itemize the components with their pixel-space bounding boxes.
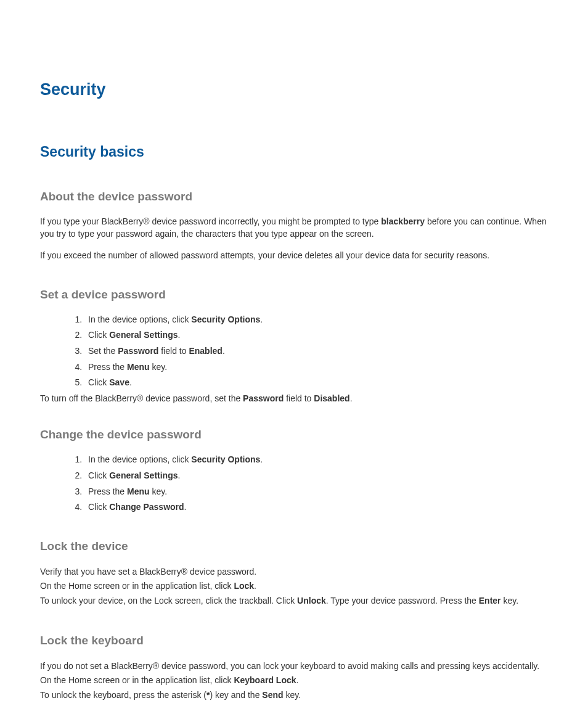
text-span: On the Home screen or in the application… bbox=[40, 581, 234, 591]
body-line: Verify that you have set a BlackBerry® d… bbox=[40, 565, 548, 579]
text-span: . bbox=[223, 346, 225, 356]
bold-text: General Settings bbox=[109, 330, 178, 340]
section-change-password: Change the device password In the device… bbox=[40, 428, 548, 513]
text-span: Set the bbox=[88, 346, 118, 356]
section-about-password: About the device password If you type yo… bbox=[40, 190, 548, 262]
bold-text: Menu bbox=[127, 486, 150, 496]
section-lock-device: Lock the device Verify that you have set… bbox=[40, 540, 548, 608]
main-title: Security bbox=[40, 80, 548, 99]
text-span: . bbox=[350, 393, 353, 403]
body-line: To unlock your device, on the Lock scree… bbox=[40, 594, 548, 608]
body-line: To unlock the keyboard, press the asteri… bbox=[40, 689, 548, 702]
bold-text: Security Options bbox=[191, 454, 260, 464]
bold-text: Disabled bbox=[314, 393, 349, 403]
subsection-title-lock-device: Lock the device bbox=[40, 540, 548, 553]
text-span: Press the bbox=[88, 486, 127, 496]
text-span: In the device options, click bbox=[88, 314, 191, 324]
step-item: Click General Settings. bbox=[84, 329, 548, 342]
subsection-title-lock-keyboard: Lock the keyboard bbox=[40, 634, 548, 647]
body-paragraph: If you type your BlackBerry® device pass… bbox=[40, 216, 548, 240]
text-span: . bbox=[296, 675, 299, 685]
page-content: Security Security basics About the devic… bbox=[0, 0, 588, 706]
text-span: . bbox=[260, 454, 263, 464]
section-set-password: Set a device password In the device opti… bbox=[40, 288, 548, 405]
subsection-title-set: Set a device password bbox=[40, 288, 548, 302]
bold-text: Unlock bbox=[297, 596, 326, 605]
text-span: . bbox=[260, 314, 263, 324]
bold-text: Menu bbox=[127, 362, 150, 372]
bold-text: blackberry bbox=[381, 216, 425, 226]
bold-text: Keyboard Lock bbox=[234, 675, 296, 685]
text-span: . bbox=[129, 377, 132, 387]
text-span: If you type your BlackBerry® device pass… bbox=[40, 216, 381, 226]
text-span: ) key and the bbox=[210, 690, 262, 700]
bold-text: Password bbox=[243, 393, 284, 403]
text-span: Click bbox=[88, 377, 109, 387]
text-span: Press the bbox=[88, 362, 127, 372]
step-item: Press the Menu key. bbox=[84, 486, 548, 498]
bold-text: Save bbox=[109, 377, 129, 387]
body-line: On the Home screen or in the application… bbox=[40, 580, 548, 593]
bold-text: Enabled bbox=[189, 346, 222, 356]
text-span: key. bbox=[501, 596, 519, 605]
step-item: In the device options, click Security Op… bbox=[84, 314, 548, 326]
bold-text: Change Password bbox=[109, 502, 184, 512]
text-span: key. bbox=[284, 690, 301, 700]
step-item: Click Change Password. bbox=[84, 501, 548, 514]
section-lock-keyboard: Lock the keyboard If you do not set a Bl… bbox=[40, 634, 548, 702]
text-span: . Type your device password. Press the bbox=[326, 596, 479, 605]
text-span: field to bbox=[284, 393, 314, 403]
steps-list: In the device options, click Security Op… bbox=[40, 454, 548, 513]
text-span: . bbox=[178, 330, 181, 340]
text-span: Click bbox=[88, 330, 109, 340]
text-span: To unlock the keyboard, press the asteri… bbox=[40, 690, 206, 700]
text-span: Click bbox=[88, 470, 109, 480]
text-span: To unlock your device, on the Lock scree… bbox=[40, 596, 297, 605]
text-span: Click bbox=[88, 502, 109, 512]
text-span: . bbox=[178, 470, 181, 480]
text-span: On the Home screen or in the application… bbox=[40, 675, 234, 685]
step-item: Click General Settings. bbox=[84, 470, 548, 482]
body-paragraph: If you exceed the number of allowed pass… bbox=[40, 250, 548, 262]
bold-text: Security Options bbox=[191, 314, 260, 324]
text-span: To turn off the BlackBerry® device passw… bbox=[40, 393, 243, 403]
subsection-title-about: About the device password bbox=[40, 190, 548, 203]
step-item: In the device options, click Security Op… bbox=[84, 454, 548, 466]
step-item: Set the Password field to Enabled. bbox=[84, 345, 548, 358]
bold-text: General Settings bbox=[109, 470, 178, 480]
body-line: On the Home screen or in the application… bbox=[40, 674, 548, 688]
step-item: Press the Menu key. bbox=[84, 361, 548, 374]
text-span: field to bbox=[158, 346, 189, 356]
text-span: In the device options, click bbox=[88, 454, 191, 464]
subsection-title-change: Change the device password bbox=[40, 428, 548, 441]
step-item: Click Save. bbox=[84, 377, 548, 389]
bold-text: Lock bbox=[234, 581, 254, 591]
steps-list: In the device options, click Security Op… bbox=[40, 314, 548, 389]
text-span: . bbox=[254, 581, 256, 591]
bold-text: Send bbox=[262, 690, 283, 700]
bold-text: Enter bbox=[479, 596, 501, 605]
text-span: key. bbox=[150, 486, 168, 496]
text-span: . bbox=[184, 502, 187, 512]
text-span: key. bbox=[150, 362, 168, 372]
section-title: Security basics bbox=[40, 144, 548, 160]
bold-text: Password bbox=[118, 346, 158, 356]
followup-text: To turn off the BlackBerry® device passw… bbox=[40, 393, 548, 405]
body-line: If you do not set a BlackBerry® device p… bbox=[40, 660, 548, 673]
